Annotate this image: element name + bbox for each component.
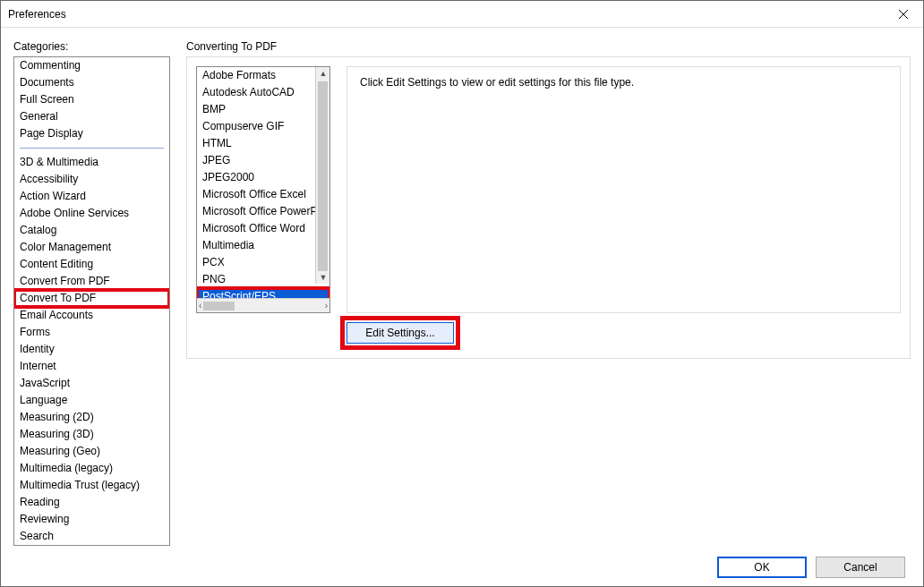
category-item[interactable]: Email Accounts bbox=[14, 307, 169, 324]
category-item[interactable]: Catalog bbox=[14, 222, 169, 239]
category-item[interactable]: Multimedia (legacy) bbox=[14, 460, 169, 477]
category-item[interactable]: 3D & Multimedia bbox=[14, 154, 169, 171]
filetype-item[interactable]: HTML bbox=[197, 135, 329, 152]
category-item[interactable]: Convert From PDF bbox=[14, 273, 169, 290]
category-item[interactable]: Forms bbox=[14, 324, 169, 341]
category-item[interactable]: Language bbox=[14, 392, 169, 409]
filetype-hscrollbar[interactable]: ‹ › bbox=[197, 298, 329, 312]
scroll-right-icon[interactable]: › bbox=[325, 301, 328, 311]
category-item[interactable]: Commenting bbox=[14, 57, 169, 74]
category-item[interactable]: JavaScript bbox=[14, 375, 169, 392]
window-title: Preferences bbox=[8, 8, 66, 21]
filetype-item[interactable]: PostScript/EPS bbox=[197, 288, 329, 298]
category-item[interactable]: Internet bbox=[14, 358, 169, 375]
category-item[interactable]: General bbox=[14, 108, 169, 125]
settings-column: Converting To PDF Adobe FormatsAutodesk … bbox=[186, 40, 911, 546]
category-item[interactable]: Page Display bbox=[14, 125, 169, 142]
dialog-footer: OK Cancel bbox=[13, 546, 911, 578]
filetype-item[interactable]: JPEG bbox=[197, 152, 329, 169]
filetype-item[interactable]: JPEG2000 bbox=[197, 169, 329, 186]
category-item[interactable]: Search bbox=[14, 528, 169, 545]
category-item[interactable]: Action Wizard bbox=[14, 188, 169, 205]
filetype-list[interactable]: Adobe FormatsAutodesk AutoCADBMPCompuser… bbox=[197, 67, 329, 298]
category-item[interactable]: Reviewing bbox=[14, 511, 169, 528]
scroll-down-icon[interactable]: ▼ bbox=[316, 271, 329, 284]
filetype-item[interactable]: Adobe Formats bbox=[197, 67, 329, 84]
edit-settings-label: Edit Settings... bbox=[365, 327, 434, 339]
category-item[interactable]: Measuring (3D) bbox=[14, 426, 169, 443]
vscroll-thumb[interactable] bbox=[318, 81, 328, 278]
filetype-item[interactable]: Multimedia bbox=[197, 237, 329, 254]
ok-label: OK bbox=[754, 561, 769, 574]
category-item[interactable]: Identity bbox=[14, 341, 169, 358]
close-icon bbox=[898, 9, 909, 20]
categories-list[interactable]: CommentingDocumentsFull ScreenGeneralPag… bbox=[13, 56, 170, 546]
category-item[interactable]: Convert To PDF bbox=[14, 290, 169, 307]
filetype-vscrollbar[interactable]: ▲ ▼ bbox=[315, 67, 329, 284]
hscroll-thumb[interactable] bbox=[203, 302, 235, 311]
filetype-item[interactable]: PCX bbox=[197, 254, 329, 271]
settings-hint-text: Click Edit Settings to view or edit sett… bbox=[360, 76, 634, 89]
categories-column: Categories: CommentingDocumentsFull Scre… bbox=[13, 40, 170, 546]
preferences-dialog: Preferences Categories: CommentingDocume… bbox=[0, 0, 924, 587]
dialog-content: Categories: CommentingDocumentsFull Scre… bbox=[1, 28, 923, 587]
category-item[interactable]: Measuring (Geo) bbox=[14, 443, 169, 460]
category-divider bbox=[20, 148, 164, 149]
scroll-left-icon[interactable]: ‹ bbox=[199, 301, 201, 311]
cancel-button[interactable]: Cancel bbox=[816, 557, 905, 578]
settings-pane: Click Edit Settings to view or edit sett… bbox=[346, 66, 901, 344]
filetype-list-box: Adobe FormatsAutodesk AutoCADBMPCompuser… bbox=[196, 66, 330, 313]
category-item[interactable]: Reading bbox=[14, 494, 169, 511]
filetype-item[interactable]: Microsoft Office Word bbox=[197, 220, 329, 237]
category-item[interactable]: Accessibility bbox=[14, 171, 169, 188]
categories-label: Categories: bbox=[13, 40, 170, 53]
category-item[interactable]: Measuring (2D) bbox=[14, 409, 169, 426]
converting-group: Adobe FormatsAutodesk AutoCADBMPCompuser… bbox=[186, 56, 911, 359]
filetype-item[interactable]: Compuserve GIF bbox=[197, 118, 329, 135]
titlebar: Preferences bbox=[1, 1, 923, 28]
group-label: Converting To PDF bbox=[186, 40, 911, 53]
filetype-item[interactable]: Microsoft Office Excel bbox=[197, 186, 329, 203]
edit-settings-button[interactable]: Edit Settings... bbox=[346, 322, 454, 344]
category-item[interactable]: Color Management bbox=[14, 239, 169, 256]
category-item[interactable]: Documents bbox=[14, 74, 169, 91]
ok-button[interactable]: OK bbox=[717, 557, 807, 578]
close-button[interactable] bbox=[883, 1, 923, 27]
settings-description-box: Click Edit Settings to view or edit sett… bbox=[346, 66, 901, 313]
main-area: Categories: CommentingDocumentsFull Scre… bbox=[13, 40, 911, 546]
filetype-item[interactable]: Autodesk AutoCAD bbox=[197, 84, 329, 101]
category-item[interactable]: Multimedia Trust (legacy) bbox=[14, 477, 169, 494]
cancel-label: Cancel bbox=[843, 561, 877, 574]
filetype-item[interactable]: PNG bbox=[197, 271, 329, 288]
filetype-item[interactable]: Microsoft Office PowerPoint bbox=[197, 203, 329, 220]
category-item[interactable]: Adobe Online Services bbox=[14, 205, 169, 222]
category-item[interactable]: Full Screen bbox=[14, 91, 169, 108]
filetype-item[interactable]: BMP bbox=[197, 101, 329, 118]
category-item[interactable]: Content Editing bbox=[14, 256, 169, 273]
scroll-up-icon[interactable]: ▲ bbox=[316, 67, 329, 80]
